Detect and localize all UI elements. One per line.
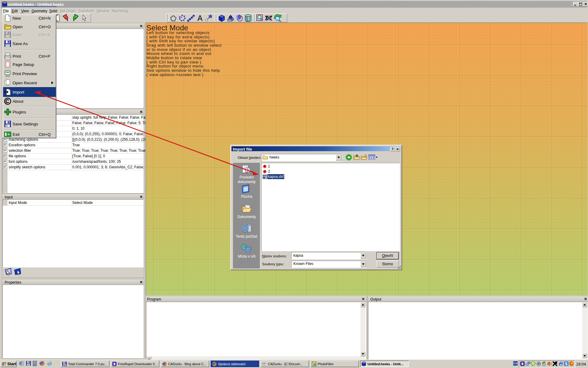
svg-text:untu: untu [262, 364, 265, 366]
